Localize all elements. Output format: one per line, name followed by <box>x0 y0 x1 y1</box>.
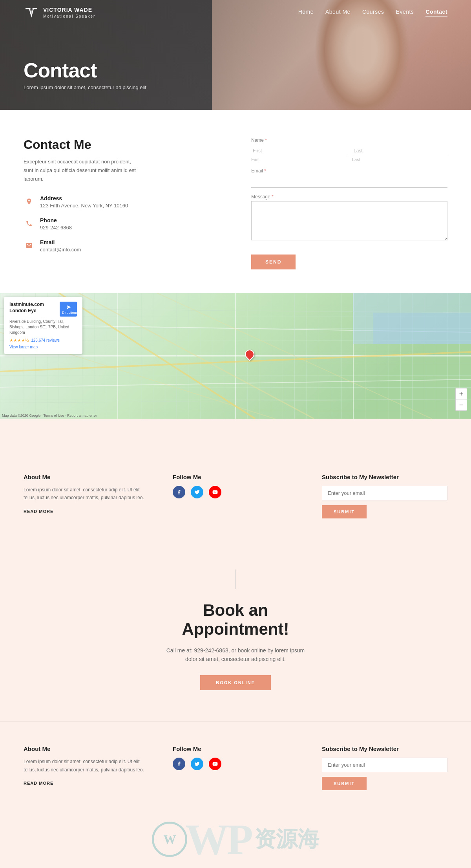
booking-divider <box>236 570 236 589</box>
map-popup-address: Riverside Building, County Hall,Bishops,… <box>9 319 77 335</box>
last-name-hint: Last <box>352 157 447 162</box>
address-item: Address 123 Fifth Avenue, New York, NY 1… <box>24 195 220 209</box>
footer-bottom-submit-button[interactable]: SUBMIT <box>322 777 367 790</box>
twitter-icon[interactable] <box>191 486 203 498</box>
map-popup-title: lastminute.com London Eye <box>9 302 60 314</box>
address-content: Address 123 Fifth Avenue, New York, NY 1… <box>40 195 128 209</box>
zoom-out-button[interactable]: − <box>456 399 467 410</box>
first-name-hint: First <box>251 157 347 162</box>
email-icon <box>24 240 35 251</box>
footer-about-col: About Me Lorem ipsum dolor sit amet, con… <box>24 474 149 518</box>
nav-home[interactable]: Home <box>298 9 314 16</box>
map-bg-extension <box>0 419 471 450</box>
message-label: Message * <box>251 194 447 200</box>
newsletter-email-input[interactable] <box>322 486 447 500</box>
wp-watermark-section: W WP 资源海 <box>0 798 471 868</box>
footer-bottom-about-col: About Me Lorem ipsum dolor sit amet, con… <box>24 745 149 790</box>
map-pin <box>245 350 254 359</box>
footer-bottom-newsletter-col: Subscribe to My Newsletter SUBMIT <box>322 745 447 790</box>
contact-title: Contact Me <box>24 137 220 152</box>
address-value: 123 Fifth Avenue, New York, NY 10160 <box>40 203 128 209</box>
footer-bottom: About Me Lorem ipsum dolor sit amet, con… <box>0 722 471 798</box>
message-textarea[interactable] <box>251 201 447 240</box>
footer-about-title: About Me <box>24 474 149 480</box>
hero-content: Contact Lorem ipsum dolor sit amet, cons… <box>0 60 171 110</box>
name-label: Name * <box>251 137 447 143</box>
contact-form: Name * First Last Email * Message * <box>251 137 447 269</box>
nav-about[interactable]: About Me <box>325 9 351 16</box>
email-content: Email contact@info.com <box>40 239 81 253</box>
phone-svg-icon <box>26 220 33 227</box>
nav-contact[interactable]: Contact <box>425 9 447 16</box>
footer-about-text: Lorem ipsum dolor sit amet, consectetur … <box>24 486 149 502</box>
hero-section: Contact Lorem ipsum dolor sit amet, cons… <box>0 0 471 110</box>
nav-courses[interactable]: Courses <box>362 9 384 16</box>
phone-label: Phone <box>40 217 72 223</box>
first-name-input[interactable] <box>251 145 347 157</box>
footer-bottom-about-text: Lorem ipsum dolor sit amet, consectetur … <box>24 758 149 774</box>
site-logo[interactable]: VICTORIA WADE Motivational Speaker <box>24 5 95 20</box>
footer-bottom-about-title: About Me <box>24 745 149 752</box>
svg-rect-18 <box>373 313 471 344</box>
footer-bottom-read-more[interactable]: READ MORE <box>24 781 53 786</box>
booking-title: Book anAppointment! <box>24 601 447 639</box>
map-placeholder: lastminute.com London Eye ➤ Directions R… <box>0 293 471 419</box>
send-button[interactable]: SEND <box>251 255 296 269</box>
map-controls: + − <box>455 388 467 411</box>
map-popup: lastminute.com London Eye ➤ Directions R… <box>4 297 82 354</box>
footer-newsletter-title: Subscribe to My Newsletter <box>322 474 447 480</box>
hero-title: Contact <box>24 60 148 81</box>
footer-follow-title: Follow Me <box>173 474 298 480</box>
footer-bottom-follow-title: Follow Me <box>173 745 298 752</box>
email-item: Email contact@info.com <box>24 239 220 253</box>
directions-button[interactable]: ➤ Directions <box>60 302 77 317</box>
contact-description: Excepteur sint occaecat cupidatat non pr… <box>24 157 141 183</box>
map-attribution: Map data ©2020 Google · Terms of Use · R… <box>2 414 97 418</box>
pin-icon <box>26 198 33 205</box>
footer-top: About Me Lorem ipsum dolor sit amet, con… <box>0 450 471 538</box>
youtube-icon[interactable] <box>209 486 221 498</box>
contact-section: Contact Me Excepteur sint occaecat cupid… <box>0 110 471 293</box>
footer-bottom-follow-col: Follow Me <box>173 745 298 790</box>
footer-bottom-newsletter-input[interactable] <box>322 758 447 772</box>
map-section[interactable]: lastminute.com London Eye ➤ Directions R… <box>0 293 471 419</box>
mail-svg-icon <box>26 242 33 249</box>
footer-twitter-icon[interactable] <box>191 758 203 770</box>
logo-icon <box>24 5 39 20</box>
footer-read-more-link[interactable]: READ MORE <box>24 509 53 514</box>
map-pin-dot <box>243 348 256 361</box>
zoom-in-button[interactable]: + <box>456 388 467 399</box>
phone-item: Phone 929-242-6868 <box>24 217 220 231</box>
last-name-group: Last <box>352 145 447 162</box>
footer-bottom-newsletter-title: Subscribe to My Newsletter <box>322 745 447 752</box>
book-online-button[interactable]: BOOK ONLINE <box>200 675 271 690</box>
phone-value: 929-242-6868 <box>40 225 72 231</box>
view-larger-map-link[interactable]: View larger map <box>9 345 77 349</box>
footer-newsletter-col: Subscribe to My Newsletter SUBMIT <box>322 474 447 518</box>
review-count[interactable]: 123,674 reviews <box>31 338 60 342</box>
phone-content: Phone 929-242-6868 <box>40 217 72 231</box>
footer-bottom-social-icons <box>173 758 298 770</box>
facebook-icon[interactable] <box>173 486 185 498</box>
email-form-label: Email * <box>251 168 447 174</box>
email-input[interactable] <box>251 175 447 188</box>
footer-follow-col: Follow Me <box>173 474 298 518</box>
map-popup-header: lastminute.com London Eye ➤ Directions <box>9 302 77 317</box>
nav-links: Home About Me Courses Events Contact <box>298 9 447 16</box>
location-icon <box>24 196 35 207</box>
email-label: Email <box>40 239 81 245</box>
footer-youtube-icon[interactable] <box>209 758 221 770</box>
nav-events[interactable]: Events <box>396 9 414 16</box>
contact-info: Contact Me Excepteur sint occaecat cupid… <box>24 137 220 269</box>
newsletter-submit-button[interactable]: SUBMIT <box>322 505 367 518</box>
phone-icon <box>24 218 35 229</box>
last-name-input[interactable] <box>352 145 447 157</box>
hero-subtitle: Lorem ipsum dolor sit amet, consectetur … <box>24 84 148 90</box>
social-icons <box>173 486 298 498</box>
booking-description: Call me at: 929-242-6868, or book online… <box>24 646 447 664</box>
footer-facebook-icon[interactable] <box>173 758 185 770</box>
email-value: contact@info.com <box>40 247 81 253</box>
logo-text: VICTORIA WADE Motivational Speaker <box>43 6 95 18</box>
address-label: Address <box>40 195 128 201</box>
booking-section: Book anAppointment! Call me at: 929-242-… <box>0 538 471 722</box>
